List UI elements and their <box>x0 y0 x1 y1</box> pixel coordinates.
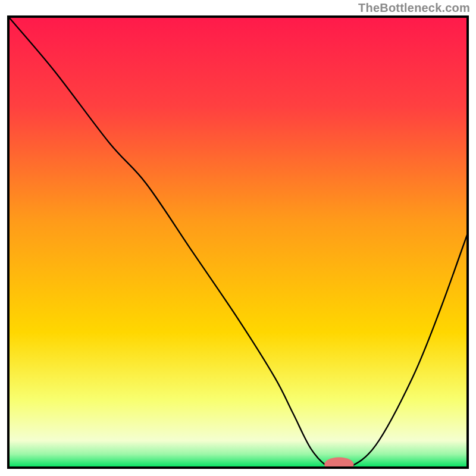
plot-background <box>8 17 468 468</box>
watermark-label: TheBottleneck.com <box>358 1 470 15</box>
chart-container: TheBottleneck.com <box>0 0 476 476</box>
bottleneck-chart <box>0 0 476 476</box>
selected-point-marker <box>324 458 353 472</box>
plot-area <box>8 17 468 472</box>
